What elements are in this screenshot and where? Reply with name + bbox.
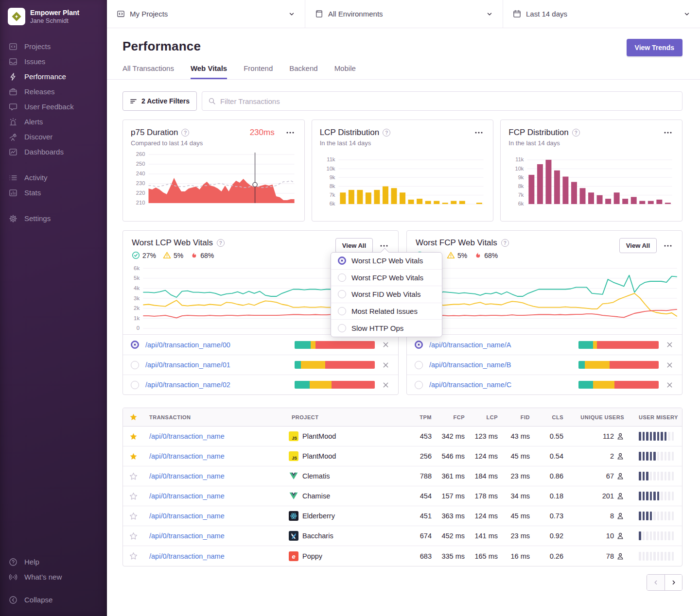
overflow-menu-button[interactable]: [662, 130, 674, 135]
sidebar-item-user-feedback[interactable]: User Feedback: [0, 99, 107, 114]
transaction-link[interactable]: /api/0/transaction_name: [149, 452, 225, 460]
transaction-link[interactable]: /api/0/transaction_name/C: [429, 381, 511, 389]
favorite-toggle[interactable]: [123, 472, 143, 480]
column-header-cls[interactable]: CLS: [533, 414, 566, 420]
menu-radio[interactable]: [338, 307, 346, 315]
tab-all-transactions[interactable]: All Transactions: [122, 64, 174, 79]
date-range-dropdown[interactable]: Last 14 days: [503, 0, 700, 28]
project-filter-dropdown[interactable]: My Projects: [107, 0, 305, 28]
overflow-menu-button[interactable]: [284, 130, 297, 135]
transaction-link[interactable]: /api/0/transaction_name/01: [145, 361, 230, 369]
menu-item-worst-fcp-web-vitals[interactable]: Worst FCP Web Vitals: [331, 270, 442, 287]
transaction-radio[interactable]: [415, 361, 423, 369]
favorite-toggle[interactable]: [123, 512, 143, 520]
sidebar-item-dashboards[interactable]: Dashboards: [0, 144, 107, 159]
view-all-button[interactable]: View All: [335, 238, 373, 253]
project-name[interactable]: Chamise: [302, 492, 330, 500]
transaction-link[interactable]: /api/0/transaction_name/A: [429, 341, 511, 349]
column-header-tpm[interactable]: TPM: [402, 414, 435, 420]
sidebar-item-releases[interactable]: Releases: [0, 84, 107, 99]
environment-filter-dropdown[interactable]: All Environments: [305, 0, 503, 28]
transaction-link[interactable]: /api/0/transaction_name: [149, 432, 225, 440]
column-header-fid[interactable]: FID: [501, 414, 533, 420]
sidebar-item-performance[interactable]: Performance: [0, 69, 107, 84]
tab-web-vitals[interactable]: Web Vitals: [191, 64, 227, 79]
tab-mobile[interactable]: Mobile: [334, 64, 356, 79]
overflow-menu-button[interactable]: [378, 243, 390, 248]
column-header-unique-users[interactable]: UNIQUE USERS: [566, 414, 627, 420]
previous-page-button[interactable]: [647, 575, 665, 590]
overflow-menu-button[interactable]: [472, 130, 485, 135]
sidebar-item-projects[interactable]: Projects: [0, 39, 107, 54]
column-header-user-misery[interactable]: USER MISERY: [627, 414, 682, 420]
favorite-toggle[interactable]: [123, 432, 143, 441]
help-icon[interactable]: ?: [572, 129, 580, 137]
view-trends-button[interactable]: View Trends: [627, 39, 682, 56]
transaction-link[interactable]: /api/0/transaction_name: [149, 492, 225, 500]
menu-radio[interactable]: [338, 290, 346, 298]
menu-radio[interactable]: [338, 257, 346, 265]
transaction-radio[interactable]: [415, 341, 423, 349]
menu-item-slow-http-ops[interactable]: Slow HTTP Ops: [331, 320, 442, 337]
sidebar-item-issues[interactable]: Issues: [0, 54, 107, 69]
org-switcher[interactable]: Empower Plant Jane Schmidt: [0, 8, 107, 25]
transaction-link[interactable]: /api/0/transaction_name: [149, 532, 225, 540]
sidebar-item-alerts[interactable]: Alerts: [0, 114, 107, 129]
project-name[interactable]: Elderberry: [302, 512, 335, 520]
favorite-toggle[interactable]: [123, 492, 143, 500]
close-icon[interactable]: [381, 340, 390, 349]
help-icon[interactable]: ?: [383, 129, 390, 137]
project-name[interactable]: Clematis: [302, 472, 330, 480]
transaction-radio[interactable]: [131, 361, 139, 369]
transaction-radio[interactable]: [131, 341, 139, 349]
transaction-link[interactable]: /api/0/transaction_name: [149, 512, 225, 520]
close-icon[interactable]: [381, 360, 390, 370]
transaction-link[interactable]: /api/0/transaction_name: [149, 552, 225, 560]
help-icon[interactable]: ?: [181, 129, 189, 137]
project-name[interactable]: PlantMood: [302, 452, 336, 460]
help-icon[interactable]: ?: [501, 239, 509, 247]
tab-backend[interactable]: Backend: [289, 64, 317, 79]
project-name[interactable]: PlantMood: [302, 432, 336, 440]
transaction-link[interactable]: /api/0/transaction_name: [149, 472, 225, 480]
favorite-toggle[interactable]: [123, 532, 143, 540]
menu-item-most-related-issues[interactable]: Most Related Issues: [331, 303, 442, 320]
close-icon[interactable]: [665, 340, 674, 349]
sidebar-item-activity[interactable]: Activity: [0, 170, 107, 185]
active-filters-button[interactable]: 2 Active Filters: [122, 91, 197, 111]
next-page-button[interactable]: [665, 575, 682, 590]
transaction-radio[interactable]: [415, 381, 423, 389]
close-icon[interactable]: [665, 360, 674, 370]
page-header: Performance View Trends All Transactions…: [107, 28, 700, 80]
transaction-link[interactable]: /api/0/transaction_name/00: [145, 341, 230, 349]
view-all-button[interactable]: View All: [619, 238, 657, 253]
favorite-toggle[interactable]: [123, 552, 143, 560]
column-header-fcp[interactable]: FCP: [435, 414, 468, 420]
overflow-menu-button[interactable]: [662, 243, 674, 248]
column-header-project[interactable]: PROJECT: [286, 414, 402, 420]
close-icon[interactable]: [665, 380, 674, 390]
menu-radio[interactable]: [338, 274, 346, 282]
sidebar-item-whats-new[interactable]: What’s new: [0, 569, 107, 584]
menu-item-worst-fid-web-vitals[interactable]: Worst FID Web Vitals: [331, 286, 442, 303]
sidebar-item-stats[interactable]: Stats: [0, 185, 107, 200]
sidebar-item-discover[interactable]: Discover: [0, 129, 107, 144]
sidebar-item-settings[interactable]: Settings: [0, 211, 107, 226]
lcp-distribution-card: LCP Distribution ? In the last 14 days 1…: [312, 120, 494, 222]
column-header-lcp[interactable]: LCP: [468, 414, 501, 420]
sidebar-collapse-button[interactable]: Collapse: [0, 592, 107, 607]
project-name[interactable]: Baccharis: [302, 532, 333, 540]
column-header-transaction[interactable]: TRANSACTION: [143, 414, 286, 420]
sidebar-item-help[interactable]: Help: [0, 554, 107, 569]
close-icon[interactable]: [381, 380, 390, 390]
transaction-link[interactable]: /api/0/transaction_name/02: [145, 381, 230, 389]
search-input[interactable]: [220, 97, 676, 105]
transaction-radio[interactable]: [131, 381, 139, 389]
tab-frontend[interactable]: Frontend: [244, 64, 273, 79]
transaction-link[interactable]: /api/0/transaction_name/B: [429, 361, 511, 369]
project-name[interactable]: Poppy: [302, 552, 322, 560]
menu-radio[interactable]: [338, 324, 346, 332]
help-icon[interactable]: ?: [217, 239, 225, 247]
menu-item-worst-lcp-web-vitals[interactable]: Worst LCP Web Vitals: [331, 253, 442, 270]
favorite-toggle[interactable]: [123, 452, 143, 461]
